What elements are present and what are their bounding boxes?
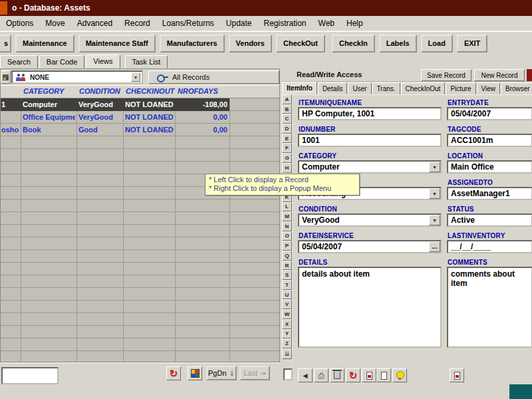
alphabet-letter-l[interactable]: L — [282, 202, 292, 212]
tab-search[interactable]: Search — [0, 55, 38, 68]
table-row-selected[interactable]: 1 Computer VeryGood NOT LOANED -108,00 — [1, 98, 229, 111]
tab-trans[interactable]: Trans. — [372, 82, 400, 94]
dateinservice-browse-button[interactable]: ... — [429, 241, 440, 252]
views-grid-icon[interactable] — [188, 366, 202, 380]
alphabet-letter-p[interactable]: P — [282, 241, 292, 251]
toolbar-button-cut[interactable]: s — [0, 35, 11, 53]
filter-combo[interactable]: NONE ▼ — [11, 70, 143, 84]
tab-checkinout[interactable]: CheckInOut — [401, 82, 446, 94]
delete-icon[interactable] — [330, 368, 344, 382]
menu-help[interactable]: Help — [340, 17, 369, 30]
alphabet-letter-u[interactable]: U — [282, 290, 292, 300]
comments-textarea[interactable]: comments about item — [447, 267, 532, 348]
last-button[interactable]: Last ⇥ — [239, 366, 270, 380]
pgdn-button[interactable]: PgDn ⇓ — [206, 366, 237, 380]
tab-details[interactable]: Details — [318, 82, 348, 94]
category-dropdown-icon[interactable]: ▼ — [429, 162, 440, 172]
title-bar[interactable]: o - Database: Assets — [0, 0, 532, 16]
alphabet-letter-n[interactable]: N — [282, 221, 292, 231]
print-icon[interactable]: ⎙ — [314, 368, 329, 382]
condition-combo[interactable]: VeryGood ▼ — [298, 213, 442, 227]
tab-browser[interactable]: Browser — [501, 82, 532, 94]
menu-update[interactable]: Update — [220, 17, 258, 30]
column-header-condition[interactable]: CONDITION — [79, 87, 120, 95]
toolbar-maintenance-button[interactable]: Maintenance — [15, 35, 74, 53]
department-dropdown-icon[interactable]: ▼ — [429, 188, 440, 199]
alphabet-letter-f[interactable]: F — [282, 143, 292, 153]
column-header-checkinout[interactable]: CHECKINOUT — [126, 87, 174, 95]
alphabet-letter-z[interactable]: Z — [282, 338, 292, 348]
alphabet-letter-e[interactable]: E — [282, 134, 292, 144]
alphabet-letter-w[interactable]: W — [282, 309, 292, 319]
column-header-category[interactable]: CATEGORY — [23, 87, 64, 95]
tab-view[interactable]: View — [477, 82, 501, 94]
toolbar-vendors-button[interactable]: Vendors — [229, 35, 272, 53]
tab-bar-code[interactable]: Bar Code — [39, 55, 84, 68]
status-input[interactable] — [447, 213, 532, 227]
alphabet-letter-v[interactable]: V — [282, 299, 292, 309]
itemuniquename-input[interactable] — [298, 107, 442, 120]
table-row[interactable]: osho Book Good NOT LOANED 0,00 — [1, 124, 279, 136]
alphabet-letter-a[interactable]: A — [282, 94, 292, 104]
menu-web[interactable]: Web — [313, 17, 340, 30]
tip-icon[interactable] — [392, 368, 407, 382]
new-record-button[interactable]: New Record — [474, 69, 525, 81]
toolbar-checkin-button[interactable]: CheckIn — [332, 35, 375, 53]
export-icon[interactable] — [362, 368, 376, 382]
lastinventory-input[interactable] — [447, 240, 532, 253]
anchor-box[interactable] — [283, 368, 293, 380]
dateinservice-field[interactable]: 05/04/2007 ... — [298, 240, 442, 253]
copy-icon[interactable] — [376, 368, 391, 382]
toolbar-labels-button[interactable]: Labels — [379, 35, 417, 53]
toolbar-maintenance-staff-button[interactable]: Maintenance Staff — [78, 35, 156, 53]
alphabet-letter-s[interactable]: S — [282, 270, 292, 280]
filter-dropdown-icon[interactable]: ▼ — [131, 72, 140, 82]
location-input[interactable] — [447, 160, 532, 174]
toolbar-manufacturers-button[interactable]: Manufacturers — [160, 35, 225, 53]
grid-body[interactable]: 1 Computer VeryGood NOT LOANED -108,00 O… — [1, 98, 279, 362]
menu-options[interactable]: Options — [0, 17, 39, 30]
alphabet-scroll-down-icon[interactable]: ⇊ — [282, 348, 292, 359]
tab-iteminfo[interactable]: ItemInfo — [282, 82, 317, 94]
menu-loans-returns[interactable]: Loans/Returns — [156, 17, 220, 30]
alphabet-letter-o[interactable]: O — [282, 231, 292, 241]
menu-move[interactable]: Move — [39, 17, 70, 30]
refresh-icon[interactable]: ↻ — [166, 366, 181, 380]
refresh-record-icon[interactable]: ↻ — [346, 368, 360, 382]
column-header-nrofdays[interactable]: NROFDAYS — [178, 87, 218, 95]
alphabet-letter-y[interactable]: Y — [282, 329, 292, 339]
alphabet-letter-q[interactable]: Q — [282, 251, 292, 261]
details-textarea[interactable]: details about item — [298, 267, 442, 348]
menu-registration[interactable]: Registration — [258, 17, 313, 30]
table-row[interactable]: Office Equipment VeryGood NOT LOANED 0,0… — [1, 111, 279, 124]
alphabet-letter-c[interactable]: C — [282, 114, 292, 124]
menu-record[interactable]: Record — [118, 17, 156, 30]
all-records-box[interactable]: All Records — [148, 70, 279, 84]
category-combo[interactable]: Computer ▼ — [298, 160, 442, 174]
tab-picture[interactable]: Picture — [446, 82, 475, 94]
tab-user[interactable]: User — [348, 82, 371, 94]
alphabet-letter-m[interactable]: M — [282, 211, 292, 221]
tab-views[interactable]: Views — [86, 55, 120, 68]
filter-grid-button[interactable] — [1, 70, 11, 84]
entrydate-input[interactable] — [447, 107, 532, 120]
alphabet-letter-g[interactable]: G — [282, 153, 292, 163]
save-record-button[interactable]: Save Record — [421, 69, 471, 81]
tab-task-list[interactable]: Task List — [125, 55, 168, 68]
alphabet-letter-d[interactable]: D — [282, 124, 292, 134]
alphabet-letter-x[interactable]: X — [282, 319, 292, 329]
alphabet-letter-r[interactable]: R — [282, 261, 292, 271]
first-record-icon[interactable]: ◄ — [298, 368, 313, 382]
condition-dropdown-icon[interactable]: ▼ — [429, 215, 440, 225]
toolbar-load-button[interactable]: Load — [421, 35, 453, 53]
alphabet-letter-h[interactable]: H — [282, 163, 292, 173]
tagcode-input[interactable] — [447, 134, 532, 147]
assignedto-input[interactable] — [447, 187, 532, 200]
toolbar-exit-button[interactable]: EXIT — [457, 35, 487, 53]
alphabet-letter-t[interactable]: T — [282, 280, 292, 290]
bottom-left-input[interactable] — [1, 367, 59, 384]
app-icon[interactable] — [0, 1, 7, 15]
idnumber-input[interactable] — [298, 134, 442, 147]
alphabet-letter-b[interactable]: B — [282, 104, 292, 114]
toolbar-checkout-button[interactable]: CheckOut — [276, 35, 325, 53]
